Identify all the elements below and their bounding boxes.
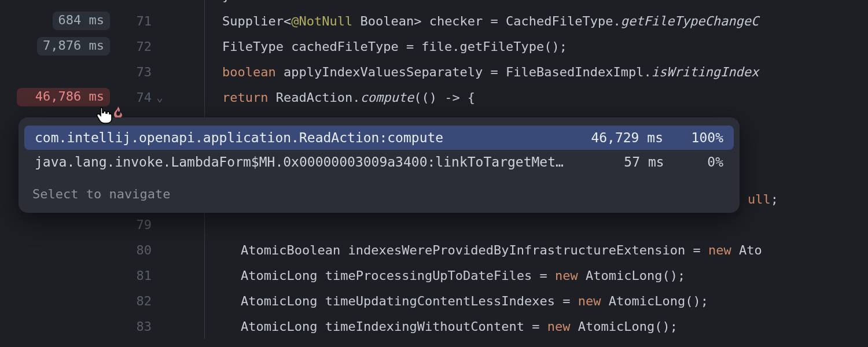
code-line: 81 AtomicLong timeProcessingUpToDateFile… (0, 263, 868, 288)
line-number: 72 (116, 39, 156, 54)
callee-method: java.lang.invoke.LambdaForm$MH.0x0000000… (35, 154, 569, 169)
code-text: AtomicLong timeIndexingWithoutContent = … (205, 319, 868, 334)
profiler-hot-pill[interactable]: 46,786 ms (17, 88, 110, 106)
line-number: 82 (116, 294, 156, 308)
line-number: 71 (116, 14, 156, 28)
code-line: 79 (0, 212, 868, 237)
code-line: 7,876 ms 72 FileType cachedFileType = fi… (0, 34, 868, 59)
code-text: } (205, 0, 868, 3)
profiler-hot-time: 46,786 ms (35, 89, 104, 104)
popup-hint-text: Select to navigate (19, 179, 740, 213)
fold-toggle-icon[interactable]: ⌄ (156, 90, 172, 104)
code-text: Supplier<@NotNull Boolean> checker = Cac… (205, 14, 868, 28)
code-text: FileType cachedFileType = file.getFileTy… (205, 39, 868, 54)
code-line: 80 AtomicBoolean indexesWereProvidedByIn… (0, 237, 868, 263)
callee-percent: 0% (674, 154, 723, 169)
profiler-callees-list: com.intellij.openapi.application.ReadAct… (19, 117, 740, 179)
line-number: 80 (116, 243, 156, 257)
code-text: AtomicLong timeUpdatingContentLessIndexe… (205, 294, 868, 308)
code-text: boolean applyIndexValuesSeparately = Fil… (205, 65, 868, 79)
code-text: AtomicLong timeProcessingUpToDateFiles =… (205, 268, 868, 283)
code-line: 73 boolean applyIndexValuesSeparately = … (0, 59, 868, 84)
callee-time: 46,729 ms (576, 130, 663, 145)
profiler-callees-popup[interactable]: com.intellij.openapi.application.ReadAct… (19, 117, 740, 213)
profiler-time-pill[interactable]: 684 ms (53, 12, 110, 29)
profiler-callee-row[interactable]: com.intellij.openapi.application.ReadAct… (24, 125, 734, 150)
line-number: 81 (116, 268, 156, 283)
callee-time: 57 ms (579, 154, 664, 169)
line-number: 79 (116, 217, 156, 232)
code-line: 82 AtomicLong timeUpdatingContentLessInd… (0, 288, 868, 313)
code-line: 684 ms 71 Supplier<@NotNull Boolean> che… (0, 8, 868, 34)
profiler-callee-row[interactable]: java.lang.invoke.LambdaForm$MH.0x0000000… (24, 150, 734, 174)
line-number: 83 (116, 319, 156, 334)
code-line: 46,786 ms 74 ⌄ return ReadAction.compute… (0, 84, 868, 110)
code-text: return ReadAction.compute(() -> { (205, 90, 868, 105)
code-text: AtomicBoolean indexesWereProvidedByInfra… (205, 243, 868, 257)
line-number: 70 (116, 0, 156, 3)
flame-icon (21, 91, 32, 102)
callee-percent: 100% (672, 130, 723, 145)
code-line: 70 } (0, 0, 868, 8)
code-editor[interactable]: 70 } 684 ms 71 Supplier<@NotNull Boolean… (0, 0, 868, 347)
line-number: 73 (116, 65, 156, 79)
code-line: 83 AtomicLong timeIndexingWithoutContent… (0, 313, 868, 339)
callee-method: com.intellij.openapi.application.ReadAct… (35, 130, 567, 145)
line-number: 74 (116, 90, 156, 105)
profiler-time-pill[interactable]: 7,876 ms (37, 37, 110, 55)
